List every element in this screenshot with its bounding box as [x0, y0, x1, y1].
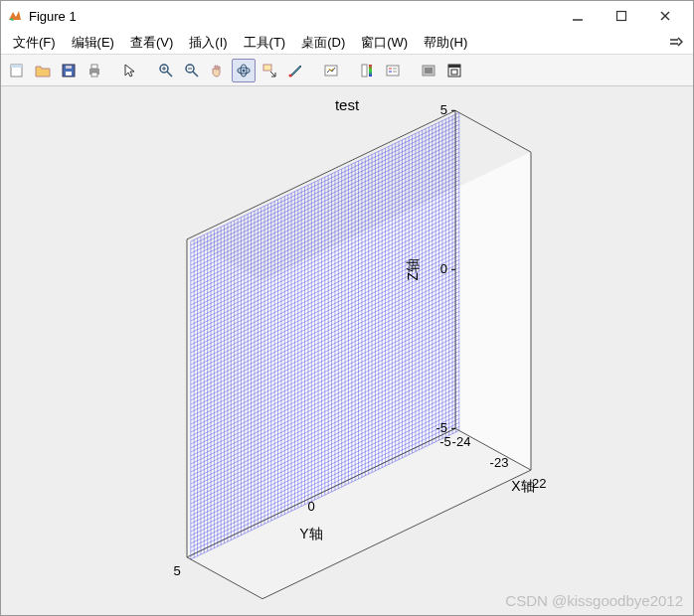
zoom-out-icon[interactable]	[180, 59, 204, 82]
open-icon[interactable]	[31, 59, 55, 82]
data-cursor-icon[interactable]	[258, 59, 281, 82]
print-icon[interactable]	[83, 59, 106, 82]
dock-icon[interactable]	[442, 59, 466, 82]
titlebar: Figure 1	[1, 1, 693, 31]
svg-line-17	[193, 72, 198, 77]
menu-tools[interactable]: 工具(T)	[236, 32, 294, 54]
link-plot-icon[interactable]	[319, 59, 343, 82]
minimize-button[interactable]	[556, 2, 600, 30]
svg-rect-36	[451, 70, 457, 75]
rotate3d-icon[interactable]	[232, 59, 256, 82]
colorbar-icon[interactable]	[355, 59, 379, 82]
svg-point-23	[289, 74, 292, 77]
brush-icon[interactable]	[283, 59, 307, 82]
menu-edit[interactable]: 编辑(E)	[64, 32, 122, 54]
menu-file[interactable]: 文件(F)	[5, 32, 64, 54]
toolbar	[1, 55, 693, 86]
menu-window[interactable]: 窗口(W)	[353, 32, 416, 54]
svg-rect-33	[425, 68, 433, 74]
svg-rect-11	[91, 73, 97, 77]
save-icon[interactable]	[57, 59, 81, 82]
figure-window: Figure 1 文件(F) 编辑(E) 查看(V) 插入(I) 工具(T) 桌…	[0, 0, 694, 616]
new-figure-icon[interactable]	[5, 59, 29, 82]
menu-help[interactable]: 帮助(H)	[416, 32, 475, 54]
window-title: Figure 1	[29, 9, 77, 24]
svg-rect-35	[448, 65, 460, 68]
svg-rect-5	[11, 65, 22, 68]
svg-rect-26	[369, 65, 372, 77]
menu-view[interactable]: 查看(V)	[122, 32, 181, 54]
menu-overflow-icon[interactable]	[663, 36, 689, 50]
pointer-icon[interactable]	[118, 59, 142, 82]
svg-rect-7	[66, 72, 72, 76]
legend-icon[interactable]	[381, 59, 405, 82]
svg-rect-1	[617, 12, 626, 21]
svg-point-21	[243, 69, 246, 72]
menubar: 文件(F) 编辑(E) 查看(V) 插入(I) 工具(T) 桌面(D) 窗口(W…	[1, 31, 693, 55]
menu-insert[interactable]: 插入(I)	[181, 32, 235, 54]
svg-rect-27	[387, 66, 399, 76]
close-button[interactable]	[643, 2, 687, 30]
svg-rect-22	[263, 65, 271, 71]
pan-icon[interactable]	[206, 59, 230, 82]
maximize-button[interactable]	[600, 2, 643, 30]
zoom-in-icon[interactable]	[154, 59, 178, 82]
axes-3d[interactable]	[1, 86, 693, 613]
plot-area[interactable]: CSDN @kissgoodbye2012	[1, 86, 693, 615]
hide-icon[interactable]	[417, 59, 440, 82]
svg-rect-8	[66, 66, 72, 69]
svg-rect-10	[91, 65, 97, 69]
menu-desktop[interactable]: 桌面(D)	[293, 32, 353, 54]
svg-line-13	[167, 72, 172, 77]
svg-rect-25	[362, 65, 367, 77]
matlab-icon	[7, 8, 23, 24]
